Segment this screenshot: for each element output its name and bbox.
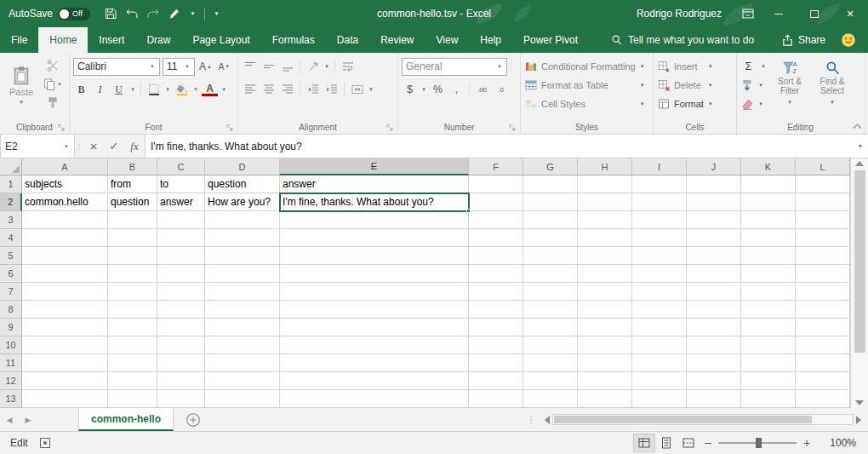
name-box-dropdown-icon[interactable] [63,143,70,150]
cell-L12[interactable] [796,372,850,390]
cell-I12[interactable] [632,372,687,390]
orientation-dropdown-icon[interactable] [323,63,330,70]
tab-page-layout[interactable]: Page Layout [181,27,260,53]
column-header-I[interactable]: I [632,158,687,175]
tab-file[interactable]: File [0,27,38,53]
cell-K13[interactable] [741,390,796,408]
cell-L5[interactable] [796,247,850,265]
font-dialog-launcher[interactable] [226,122,236,132]
column-header-A[interactable]: A [22,158,108,175]
column-header-C[interactable]: C [157,158,205,175]
cell-H13[interactable] [578,390,632,408]
cell-J2[interactable] [687,193,741,211]
cell-I6[interactable] [632,265,687,283]
cell-C13[interactable] [157,390,205,408]
cell-E7[interactable] [280,283,469,301]
font-color-dropdown-icon[interactable] [220,86,227,93]
cell-C10[interactable] [157,336,205,354]
tab-home[interactable]: Home [38,27,88,53]
cell-D12[interactable] [205,372,280,390]
cell-C8[interactable] [157,301,205,319]
cell-L8[interactable] [796,301,850,319]
row-header-7[interactable]: 7 [0,283,22,301]
cell-C5[interactable] [157,247,205,265]
cell-G12[interactable] [523,372,578,390]
ribbon-display-options-icon[interactable] [735,0,761,27]
cell-K5[interactable] [741,247,796,265]
row-header-4[interactable]: 4 [0,229,22,247]
horizontal-scroll-thumb[interactable] [554,416,812,423]
clipboard-dialog-launcher[interactable] [57,122,67,132]
cell-A7[interactable] [22,283,108,301]
customize-qat-icon[interactable] [213,10,220,17]
row-header-1[interactable]: 1 [0,175,22,193]
delete-cells-button[interactable]: Delete [657,76,714,94]
borders-dropdown-icon[interactable] [164,86,171,93]
sort-filter-button[interactable]: AZ Sort & Filter [770,57,809,118]
zoom-slider-thumb[interactable] [756,438,762,448]
cell-D7[interactable] [205,283,280,301]
cell-A3[interactable] [22,211,108,229]
cell-I4[interactable] [632,229,687,247]
tab-review[interactable]: Review [369,27,425,53]
user-name[interactable]: Rodrigo Rodriguez [637,8,722,20]
cell-G9[interactable] [523,319,578,336]
horizontal-scroll-track[interactable] [552,414,854,425]
share-button[interactable]: Share [781,34,825,47]
feedback-smiley-icon[interactable] [841,32,856,48]
cell-G10[interactable] [523,336,578,354]
cell-D1[interactable]: question [205,175,280,193]
currency-dropdown-icon[interactable] [420,86,427,93]
cell-L9[interactable] [796,319,850,336]
cell-L1[interactable] [796,175,850,193]
cell-B10[interactable] [108,336,157,354]
cell-I8[interactable] [632,301,687,319]
cell-I13[interactable] [632,390,687,408]
cell-B7[interactable] [108,283,157,301]
cell-E10[interactable] [280,336,469,354]
row-header-11[interactable]: 11 [0,354,22,372]
cell-L13[interactable] [796,390,850,408]
font-size-select[interactable]: 11 [163,58,195,76]
cell-E6[interactable] [280,265,469,283]
cell-J1[interactable] [687,175,741,193]
tab-insert[interactable]: Insert [88,27,135,53]
cell-C2[interactable]: answer [157,193,205,211]
decrease-indent-button[interactable] [305,81,321,98]
column-header-J[interactable]: J [687,158,741,175]
cell-J13[interactable] [687,390,741,408]
cell-G13[interactable] [523,390,578,408]
format-painter-button[interactable] [43,95,63,112]
zoom-level[interactable]: 100% [815,437,856,449]
underline-button[interactable]: U [111,81,127,98]
number-format-select[interactable]: General [402,58,507,76]
cell-C12[interactable] [157,372,205,390]
cell-E5[interactable] [280,247,469,265]
cell-C11[interactable] [157,354,205,372]
tab-formulas[interactable]: Formulas [261,27,326,53]
scroll-left-icon[interactable] [545,416,550,424]
decrease-decimal-button[interactable]: .0 [493,81,509,98]
collapse-ribbon-icon[interactable] [854,123,861,129]
cell-C4[interactable] [157,229,205,247]
cell-E4[interactable] [280,229,469,247]
cell-B2[interactable]: question [108,193,157,211]
autosave-toggle[interactable]: AutoSave Off [9,8,90,20]
cell-G5[interactable] [523,247,578,265]
cell-I7[interactable] [632,283,687,301]
cell-G2[interactable] [523,193,578,211]
shrink-font-button[interactable]: A▼ [216,58,232,75]
row-header-13[interactable]: 13 [0,390,22,408]
redo-icon[interactable] [146,7,160,20]
cell-K4[interactable] [741,229,796,247]
cell-E2[interactable]: I'm fine, thanks. What about you? [280,193,469,211]
align-bottom-button[interactable] [279,58,295,75]
cell-E3[interactable] [280,211,469,229]
cell-H5[interactable] [578,247,632,265]
cell-G8[interactable] [523,301,578,319]
cell-D4[interactable] [205,229,280,247]
cell-L6[interactable] [796,265,850,283]
cell-F7[interactable] [469,283,523,301]
percent-button[interactable]: % [430,81,446,98]
cell-H11[interactable] [578,354,632,372]
